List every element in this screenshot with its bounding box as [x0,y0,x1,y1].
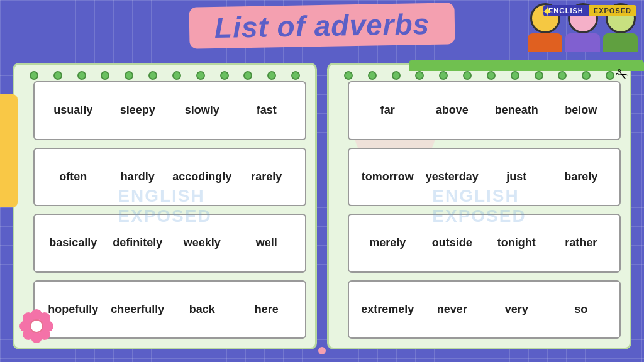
word-well: well [235,236,299,250]
title-banner: List of adverbs [189,3,455,48]
hole [368,71,377,80]
word-usually: usually [41,104,106,117]
word-merely: merely [355,236,420,250]
green-fence [409,60,644,71]
hole [53,71,62,80]
word-outside: outside [420,236,485,250]
hole [439,71,448,80]
hole [415,71,424,80]
hole [77,71,86,80]
hole [511,71,519,80]
word-weekly: weekly [170,236,235,250]
word-slowly: slowly [170,104,235,117]
hole [148,71,157,80]
right-row-4: extremely never very so [348,280,621,339]
hole [535,71,543,80]
hole [101,71,109,80]
hole [172,71,181,80]
word-rather: rather [549,236,614,250]
hole [582,71,591,80]
page-title: List of adverbs [214,8,430,44]
word-just: just [484,170,549,184]
hole [125,71,133,80]
hole [196,71,205,80]
word-sleepy: sleepy [106,104,170,117]
left-row-3: basically definitely weekly well [33,214,306,273]
word-below: below [549,104,614,117]
word-beneath: beneath [484,104,549,117]
word-here: here [235,303,299,316]
word-tonight: tonight [484,236,549,250]
word-basically: basically [41,236,106,250]
hole [267,71,276,80]
word-often: often [41,170,106,184]
left-row-4: hopefully cheerfully back here [33,280,306,339]
main-content: ENGLISHEXPOSED usually sleepy slowly fas… [13,63,631,349]
left-row-1: usually sleepy slowly fast [33,81,306,140]
char2-body [565,33,600,52]
right-row-2: tomorrow yesterday just barely [348,148,621,207]
hole [30,71,38,80]
word-barely: barely [549,170,614,184]
right-panel: ENGLISHEXPOSED far above beneath below t… [327,63,631,349]
flower-decoration [19,309,53,343]
flower-center [30,319,43,333]
notebook-holes-right [329,71,630,80]
word-accodingly: accodingly [170,170,235,184]
word-back: back [170,303,235,316]
word-tomorrow: tomorrow [355,170,420,184]
sparkle-icon: ✦ [541,4,553,20]
hole [392,71,401,80]
hole [558,71,567,80]
word-extremely: extremely [355,303,420,316]
brand-badge: ENGLISH EXPOSED [543,5,636,16]
hole [463,71,472,80]
left-panel: ENGLISHEXPOSED usually sleepy slowly fas… [13,63,317,349]
word-definitely: definitely [106,236,170,250]
char3-body [603,33,638,52]
hole [220,71,229,80]
hole [344,71,353,80]
word-so: so [549,303,614,316]
bottom-dot-decoration [318,347,326,354]
hole [487,71,496,80]
word-hardly: hardly [106,170,170,184]
hole [291,71,300,80]
word-yesterday: yesterday [420,170,485,184]
left-row-2: often hardly accodingly rarely [33,148,306,207]
word-very: very [484,303,549,316]
notebook-holes-left [14,71,315,80]
word-fast: fast [235,104,299,117]
word-rarely: rarely [235,170,299,184]
word-far: far [355,104,420,117]
word-above: above [420,104,485,117]
word-cheerfully: cheerfully [106,303,170,316]
hole [243,71,252,80]
brand-exposed: EXPOSED [589,5,636,16]
right-row-1: far above beneath below [348,81,621,140]
right-row-3: merely outside tonight rather [348,214,621,273]
char1-body [528,33,562,52]
word-never: never [420,303,485,316]
left-decoration [0,94,18,207]
